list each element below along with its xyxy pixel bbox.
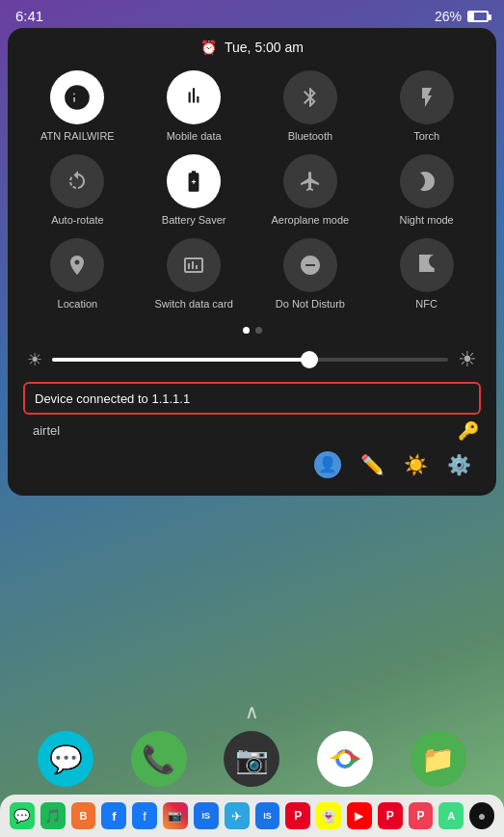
tile-icon-bluetooth — [283, 70, 337, 124]
brightness-thumb — [301, 351, 318, 368]
theme-icon[interactable]: ☀️ — [404, 453, 428, 476]
tile-label-do-not-disturb: Do Not Disturb — [276, 298, 345, 310]
app-pinterest-1[interactable]: P — [285, 802, 310, 829]
tile-label-nfc: NFC — [415, 298, 438, 310]
chevron-up-icon: ∧ — [245, 700, 259, 723]
app-pinterest-2[interactable]: P — [378, 802, 403, 829]
tile-label-switch-data-card: Switch data card — [154, 298, 232, 310]
app-facebook-2[interactable]: f — [132, 802, 157, 829]
battery-percentage: 26% — [435, 9, 462, 24]
battery-fill — [469, 13, 474, 20]
brightness-fill — [52, 358, 309, 362]
user-avatar[interactable]: 👤 — [314, 451, 341, 478]
brightness-high-icon: ☀ — [458, 347, 477, 372]
tile-location[interactable]: Location — [23, 238, 132, 310]
tile-aeroplane-mode[interactable]: Aeroplane mode — [256, 154, 365, 227]
dock-files[interactable]: 📁 — [411, 731, 466, 787]
dock-camera[interactable]: 📷 — [224, 731, 279, 787]
edit-icon[interactable]: ✏️ — [360, 453, 385, 476]
tile-label-auto-rotate: Auto-rotate — [51, 214, 103, 227]
tile-do-not-disturb[interactable]: Do Not Disturb — [256, 238, 365, 310]
app-instagram[interactable]: 📷 — [163, 802, 188, 829]
dock-messages[interactable]: 💬 — [38, 731, 93, 787]
dock-chrome[interactable] — [317, 731, 373, 787]
tile-icon-location — [50, 238, 104, 292]
taskbar: 💬 🎵 B f f 📷 IS ✈ IS P 👻 ▶ P P A ● — [0, 795, 504, 837]
quick-settings-panel: ⏰ Tue, 5:00 am ATN RAILWIRE Mobile data … — [8, 28, 496, 496]
tile-label-location: Location — [58, 298, 98, 310]
app-facebook-1[interactable]: f — [101, 802, 126, 829]
brightness-row: ☀ ☀ — [23, 347, 481, 372]
tile-bluetooth[interactable]: Bluetooth — [256, 70, 365, 143]
connected-text: Device connected to 1.1.1.1 — [35, 392, 190, 406]
vpn-key-icon: 🔑 — [458, 420, 479, 442]
status-right: 26% — [435, 9, 489, 24]
datetime-row: ⏰ Tue, 5:00 am — [23, 40, 481, 55]
dot-1 — [243, 327, 250, 334]
app-telegram[interactable]: ✈ — [225, 802, 250, 829]
bottom-controls: 👤 ✏️ ☀️ ⚙️ — [23, 446, 481, 480]
status-bar: 6:41 26% — [0, 0, 504, 28]
connected-device-row: Device connected to 1.1.1.1 — [23, 382, 481, 415]
tile-torch[interactable]: Torch — [372, 70, 481, 143]
app-whatsapp[interactable]: 💬 — [10, 802, 35, 829]
tile-atn-railwire[interactable]: ATN RAILWIRE — [23, 70, 132, 143]
alarm-icon: ⏰ — [200, 40, 217, 55]
svg-point-3 — [339, 753, 351, 765]
tile-auto-rotate[interactable]: Auto-rotate — [23, 154, 132, 227]
dock: 💬 📞 📷 📁 — [0, 731, 504, 787]
tile-label-torch: Torch — [413, 130, 439, 143]
battery-icon — [467, 11, 489, 22]
tile-icon-battery-saver — [167, 154, 221, 208]
tile-icon-nfc — [400, 238, 454, 292]
settings-icon[interactable]: ⚙️ — [447, 453, 471, 476]
network-row: airtel 🔑 — [23, 417, 481, 446]
tile-nfc[interactable]: NFC — [372, 238, 481, 310]
tile-icon-torch — [400, 70, 454, 124]
app-android[interactable]: A — [438, 802, 464, 829]
tile-icon-switch-data-card — [167, 238, 221, 292]
tiles-grid: ATN RAILWIRE Mobile data Bluetooth Torch — [23, 70, 481, 311]
dot-2 — [255, 327, 262, 334]
app-pocket[interactable]: P — [409, 802, 434, 829]
network-name: airtel — [33, 423, 60, 438]
tile-switch-data-card[interactable]: Switch data card — [140, 238, 249, 310]
tile-icon-aeroplane-mode — [283, 154, 337, 208]
tile-label-battery-saver: Battery Saver — [162, 214, 226, 227]
app-brave[interactable]: B — [71, 802, 96, 829]
tile-night-mode[interactable]: Night mode — [372, 154, 481, 227]
status-time: 6:41 — [15, 8, 43, 24]
app-is-2[interactable]: IS — [255, 802, 280, 829]
app-circle[interactable]: ● — [469, 802, 494, 829]
tile-label-bluetooth: Bluetooth — [288, 130, 332, 143]
tile-icon-night-mode — [400, 154, 454, 208]
tile-label-atn-railwire: ATN RAILWIRE — [40, 130, 115, 143]
tile-icon-mobile-data — [167, 70, 221, 124]
tile-label-mobile-data: Mobile data — [167, 130, 222, 143]
tile-label-aeroplane-mode: Aeroplane mode — [272, 214, 350, 227]
app-is-1[interactable]: IS — [194, 802, 219, 829]
brightness-slider[interactable] — [52, 358, 448, 362]
brightness-low-icon: ☀ — [27, 349, 42, 370]
app-snapchat[interactable]: 👻 — [316, 802, 341, 829]
tile-icon-do-not-disturb — [283, 238, 337, 292]
tile-icon-auto-rotate — [50, 154, 104, 208]
tile-label-night-mode: Night mode — [399, 214, 453, 227]
app-spotify[interactable]: 🎵 — [40, 802, 66, 829]
datetime-text: Tue, 5:00 am — [225, 40, 304, 55]
tile-battery-saver[interactable]: Battery Saver — [140, 154, 249, 227]
page-indicators — [23, 327, 481, 334]
tile-icon-atn-railwire — [50, 70, 104, 124]
app-youtube[interactable]: ▶ — [347, 802, 372, 829]
tile-mobile-data[interactable]: Mobile data — [140, 70, 249, 143]
dock-phone[interactable]: 📞 — [131, 731, 187, 787]
